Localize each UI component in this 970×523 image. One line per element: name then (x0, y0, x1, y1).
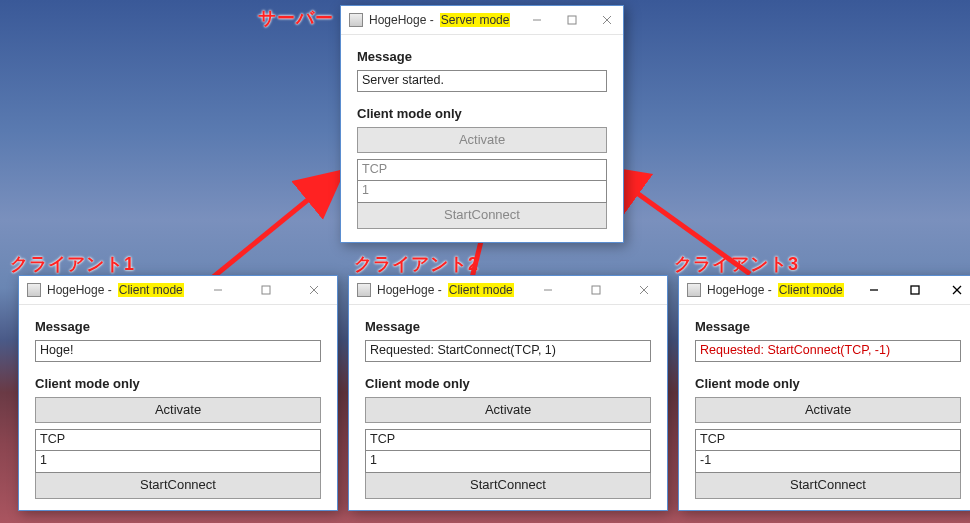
content: Message Requested: StartConnect(TCP, 1) … (349, 305, 667, 515)
protocol-field[interactable]: TCP (365, 429, 651, 451)
client-mode-label: Client mode only (35, 376, 321, 391)
titlebar[interactable]: HogeHoge - Client mode (19, 276, 337, 305)
message-label: Message (35, 319, 321, 334)
maximize-button[interactable] (245, 276, 287, 304)
minimize-button[interactable] (527, 276, 569, 304)
close-button[interactable] (592, 6, 621, 34)
title-mode: Client mode (448, 283, 514, 297)
svg-rect-16 (911, 286, 919, 294)
window-client3: HogeHoge - Client mode Message Requested… (678, 275, 970, 511)
client-mode-label: Client mode only (357, 106, 607, 121)
client-mode-label: Client mode only (365, 376, 651, 391)
content: Message Server started. Client mode only… (341, 35, 623, 245)
svg-rect-4 (568, 16, 576, 24)
annotation-server: サーバー (258, 6, 334, 30)
annotation-client2: クライアント2 (354, 252, 479, 276)
annotation-client3: クライアント3 (674, 252, 799, 276)
number-field[interactable]: -1 (695, 451, 961, 473)
startconnect-button[interactable]: StartConnect (357, 203, 607, 229)
titlebar[interactable]: HogeHoge - Client mode (349, 276, 667, 305)
window-client2: HogeHoge - Client mode Message Requested… (348, 275, 668, 511)
content: Message Requested: StartConnect(TCP, -1)… (679, 305, 970, 515)
app-icon (357, 283, 371, 297)
message-label: Message (357, 49, 607, 64)
maximize-button[interactable] (557, 6, 586, 34)
app-icon (687, 283, 701, 297)
close-button[interactable] (623, 276, 665, 304)
app-icon (27, 283, 41, 297)
svg-rect-12 (592, 286, 600, 294)
title-prefix: HogeHoge - (47, 283, 112, 297)
app-icon (349, 13, 363, 27)
client-mode-label: Client mode only (695, 376, 961, 391)
maximize-button[interactable] (575, 276, 617, 304)
minimize-button[interactable] (197, 276, 239, 304)
startconnect-button[interactable]: StartConnect (695, 473, 961, 499)
svg-rect-8 (262, 286, 270, 294)
number-field[interactable]: 1 (365, 451, 651, 473)
number-field[interactable]: 1 (357, 181, 607, 203)
titlebar[interactable]: HogeHoge - Server mode (341, 6, 623, 35)
maximize-button[interactable] (898, 276, 934, 304)
title-mode: Client mode (118, 283, 184, 297)
close-button[interactable] (293, 276, 335, 304)
number-field[interactable]: 1 (35, 451, 321, 473)
message-field[interactable]: Requested: StartConnect(TCP, -1) (695, 340, 961, 362)
titlebar[interactable]: HogeHoge - Client mode (679, 276, 970, 305)
activate-button[interactable]: Activate (365, 397, 651, 423)
annotation-client1: クライアント1 (10, 252, 135, 276)
message-label: Message (695, 319, 961, 334)
message-field[interactable]: Hoge! (35, 340, 321, 362)
title-mode: Server mode (440, 13, 511, 27)
window-client1: HogeHoge - Client mode Message Hoge! Cli… (18, 275, 338, 511)
message-label: Message (365, 319, 651, 334)
message-field[interactable]: Requested: StartConnect(TCP, 1) (365, 340, 651, 362)
startconnect-button[interactable]: StartConnect (365, 473, 651, 499)
protocol-field[interactable]: TCP (695, 429, 961, 451)
activate-button[interactable]: Activate (35, 397, 321, 423)
title-prefix: HogeHoge - (369, 13, 434, 27)
protocol-field[interactable]: TCP (357, 159, 607, 181)
activate-button[interactable]: Activate (357, 127, 607, 153)
title-prefix: HogeHoge - (707, 283, 772, 297)
startconnect-button[interactable]: StartConnect (35, 473, 321, 499)
minimize-button[interactable] (856, 276, 892, 304)
title-prefix: HogeHoge - (377, 283, 442, 297)
minimize-button[interactable] (522, 6, 551, 34)
activate-button[interactable]: Activate (695, 397, 961, 423)
window-server: HogeHoge - Server mode Message Server st… (340, 5, 624, 243)
title-mode: Client mode (778, 283, 844, 297)
protocol-field[interactable]: TCP (35, 429, 321, 451)
close-button[interactable] (939, 276, 970, 304)
message-field[interactable]: Server started. (357, 70, 607, 92)
content: Message Hoge! Client mode only Activate … (19, 305, 337, 515)
